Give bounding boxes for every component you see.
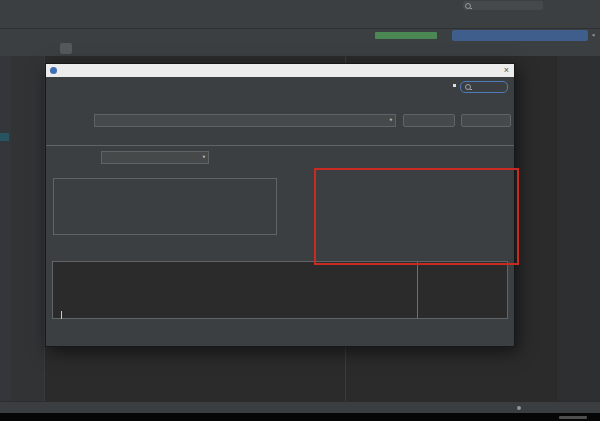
ide-window: ◂ × ▾ ▾	[0, 0, 600, 421]
editor-margin-strip	[0, 56, 11, 401]
source-view-button[interactable]	[60, 43, 72, 54]
preview-pane[interactable]	[52, 261, 508, 319]
dialog-title-bar[interactable]: ×	[46, 64, 514, 77]
taskbar-clock	[559, 416, 587, 419]
duplicate-button[interactable]	[403, 114, 455, 127]
options-dialog: × ▾ ▾	[45, 63, 515, 347]
language-select[interactable]: ▾	[101, 151, 209, 164]
preview-margin-guide	[417, 262, 418, 318]
chevron-down-icon: ▾	[389, 115, 393, 126]
gutter-mark	[0, 133, 9, 141]
annotation-highlight-box	[314, 168, 519, 265]
scrollbar-track[interactable]	[556, 56, 600, 401]
close-icon[interactable]: ×	[504, 64, 509, 77]
search-icon	[465, 84, 471, 90]
quick-search-input[interactable]	[463, 1, 543, 10]
category-list[interactable]	[53, 178, 277, 235]
main-toolbar	[0, 12, 600, 29]
os-taskbar	[0, 413, 600, 421]
syntax-subtabs	[46, 133, 514, 146]
restore-button[interactable]	[461, 114, 511, 127]
chevron-down-icon: ▾	[202, 152, 206, 163]
tab-modified-file[interactable]	[375, 32, 437, 39]
profile-select[interactable]: ▾	[94, 114, 396, 127]
options-category-bar	[46, 77, 514, 114]
tab-active-file[interactable]	[452, 30, 588, 41]
status-indicator-icon	[517, 406, 521, 410]
line-number-gutter	[11, 56, 45, 401]
options-dialog-icon	[50, 67, 57, 74]
tab-scroll-left-icon[interactable]: ◂	[591, 31, 595, 39]
preview-caret	[61, 311, 62, 319]
editor-tab-strip: ◂	[0, 29, 600, 43]
search-status-dot	[453, 84, 456, 87]
options-search-input[interactable]	[460, 81, 508, 93]
search-icon	[465, 3, 471, 9]
editor-toolbar	[0, 42, 600, 57]
